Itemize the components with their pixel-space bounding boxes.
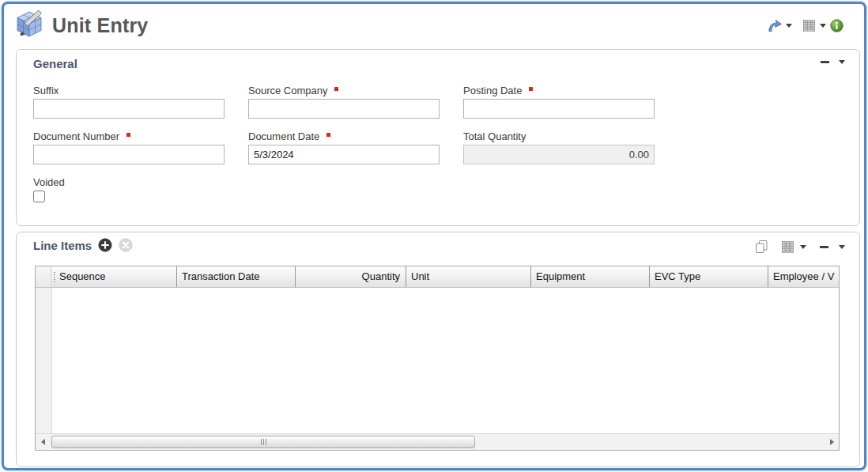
collapse-caret-icon[interactable]	[839, 60, 845, 64]
workflow-dropdown-caret[interactable]	[786, 24, 792, 28]
scroll-left-arrow-icon	[41, 439, 45, 445]
info-icon	[830, 19, 843, 32]
grid-column-chooser-button[interactable]	[781, 240, 794, 254]
column-header-evc-type[interactable]: EVC Type	[651, 266, 768, 287]
thumb-grip-icon	[263, 439, 264, 445]
document-number-field: Document Number	[33, 129, 226, 164]
scroll-right-arrow-icon	[830, 439, 834, 445]
add-icon	[98, 238, 112, 252]
row-selector-header[interactable]	[36, 266, 51, 287]
general-collapse-controls	[821, 60, 845, 64]
line-items-title: Line Items	[33, 239, 92, 252]
row-selector-strip	[36, 288, 52, 434]
total-quantity-input	[463, 145, 655, 164]
suffix-field: Suffix	[33, 83, 226, 119]
line-items-section: Line Items	[16, 232, 860, 467]
collapse-minus-icon[interactable]	[821, 61, 829, 63]
column-header-sequence[interactable]: Sequence	[52, 266, 177, 287]
general-section: General Suffix Source Company Posting Da…	[16, 49, 860, 226]
posting-date-label: Posting Date	[463, 85, 522, 96]
required-marker	[334, 87, 338, 91]
posting-date-input[interactable]	[463, 99, 655, 119]
line-items-collapse-minus-icon[interactable]	[820, 246, 828, 248]
grid-column-chooser-icon	[781, 240, 794, 254]
line-items-grid: Sequence Transaction Date Quantity Unit …	[35, 266, 840, 451]
line-items-tools	[754, 240, 845, 255]
source-company-label: Source Company	[248, 85, 327, 96]
copy-icon	[754, 240, 769, 255]
column-header-quantity[interactable]: Quantity	[296, 266, 406, 287]
suffix-input[interactable]	[33, 99, 225, 119]
line-items-collapse-caret-icon[interactable]	[839, 245, 845, 249]
column-header-employee-vendor[interactable]: Employee / V	[769, 266, 839, 287]
document-number-input[interactable]	[33, 145, 225, 164]
info-button[interactable]	[830, 19, 843, 32]
voided-label: Voided	[33, 176, 65, 188]
suffix-label: Suffix	[33, 85, 58, 96]
horizontal-scrollbar[interactable]	[36, 433, 839, 450]
source-company-input[interactable]	[248, 99, 440, 119]
required-marker	[529, 87, 533, 91]
source-company-field: Source Company	[248, 83, 441, 119]
scrollbar-thumb[interactable]	[51, 436, 475, 448]
total-quantity-label: Total Quantity	[463, 130, 526, 142]
window-frame: Unit Entry	[2, 2, 866, 470]
scroll-left-button[interactable]	[36, 434, 50, 450]
document-date-label: Document Date	[248, 130, 319, 142]
copy-button[interactable]	[754, 240, 769, 255]
unit-entry-cube-icon	[13, 10, 47, 40]
column-header-transaction-date[interactable]: Transaction Date	[178, 266, 296, 287]
workflow-arrow-icon	[767, 19, 782, 32]
page-title: Unit Entry	[52, 14, 148, 37]
document-date-input[interactable]	[248, 145, 440, 164]
thumb-grip-icon	[266, 439, 266, 445]
add-line-item-button[interactable]	[98, 238, 112, 252]
delete-icon	[119, 238, 133, 252]
top-toolbar	[767, 19, 843, 32]
page-header: Unit Entry	[13, 10, 148, 40]
line-items-titlebar: Line Items	[33, 238, 133, 252]
required-marker	[126, 133, 130, 137]
thumb-grip-icon	[261, 439, 262, 445]
delete-line-item-button[interactable]	[119, 238, 133, 252]
voided-checkbox[interactable]	[33, 191, 45, 202]
document-number-label: Document Number	[33, 130, 119, 142]
unit-entry-window: Unit Entry	[0, 0, 868, 472]
required-marker	[326, 133, 330, 137]
posting-date-field: Posting Date	[463, 83, 656, 119]
document-date-field: Document Date	[248, 129, 441, 164]
column-chooser-caret[interactable]	[820, 24, 826, 28]
total-quantity-field: Total Quantity	[463, 129, 656, 164]
workflow-arrow-button[interactable]	[767, 19, 782, 32]
voided-field: Voided	[33, 175, 226, 206]
column-chooser-button[interactable]	[802, 19, 816, 32]
scroll-right-button[interactable]	[825, 434, 839, 450]
grid-header-row: Sequence Transaction Date Quantity Unit …	[36, 266, 839, 288]
column-header-unit[interactable]: Unit	[407, 266, 531, 287]
column-header-equipment[interactable]: Equipment	[532, 266, 650, 287]
grid-body-empty[interactable]	[52, 288, 839, 434]
grid-column-chooser-caret[interactable]	[800, 245, 806, 249]
column-chooser-icon	[802, 19, 816, 32]
general-section-title: General	[33, 57, 77, 70]
